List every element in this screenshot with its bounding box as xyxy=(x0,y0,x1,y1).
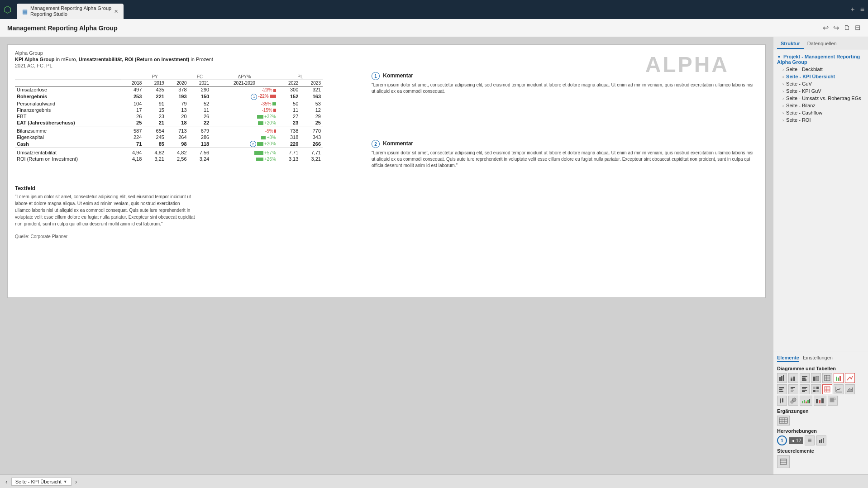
chart-candlestick-icon[interactable] xyxy=(777,396,787,406)
py-value: 435 xyxy=(143,86,166,93)
chart-waterfall-icon[interactable] xyxy=(800,396,812,406)
svg-rect-30 xyxy=(802,391,805,392)
chart-horiz-bar1-icon[interactable] xyxy=(777,384,787,394)
py-value: 264 xyxy=(166,134,189,140)
py-value: 18 xyxy=(166,120,189,126)
year-2023: 2023 xyxy=(300,80,323,86)
hervorhebungen-circle[interactable]: 1 xyxy=(777,435,787,445)
pl-value: 53 xyxy=(300,100,323,107)
report-area: ALPHA Alpha Group KPI Alpha Group in mEu… xyxy=(0,37,773,474)
delta-cell: -5% xyxy=(211,126,278,134)
svg-rect-33 xyxy=(813,390,816,392)
tree-item-bilanz[interactable]: › Seite - Bilanz xyxy=(782,102,864,109)
table-row: EBT26232026+32%2729 xyxy=(15,113,323,120)
steuerelemente-grid xyxy=(777,455,864,468)
delta-cell: 1-22% xyxy=(211,93,278,100)
tree-item-guv[interactable]: › Seite - GuV xyxy=(782,80,864,87)
tree-root[interactable]: ▼ Projekt - Management Reporting Alpha G… xyxy=(777,53,864,66)
el-tab-einstellungen[interactable]: Einstellungen xyxy=(803,355,833,362)
steuer-list-icon[interactable] xyxy=(777,455,790,468)
page-selector-chevron: ▼ xyxy=(63,479,67,484)
chart-line-special-icon[interactable] xyxy=(845,373,855,383)
chart-bar4-icon[interactable] xyxy=(811,373,821,383)
svg-rect-50 xyxy=(807,400,809,403)
tree-item-umsatz[interactable]: › Seite - Umsatz vs. Rohertrag EGs xyxy=(782,95,864,102)
svg-rect-60 xyxy=(779,418,787,423)
py-value: 15 xyxy=(143,107,166,113)
svg-rect-12 xyxy=(816,376,819,381)
chart-bar2-icon[interactable] xyxy=(788,373,798,383)
chart-table-icon[interactable] xyxy=(822,373,832,383)
chart-area-icon[interactable] xyxy=(845,384,855,394)
py-value: 245 xyxy=(143,134,166,140)
diagrams-section-label: Diagramme und Tabellen xyxy=(777,366,864,371)
chart-bar-special-icon[interactable] xyxy=(834,373,844,383)
tab-close-icon[interactable]: ✕ xyxy=(114,9,118,14)
pl-value: 152 xyxy=(278,93,300,100)
svg-rect-52 xyxy=(816,399,818,403)
tree-item-label: Seite - GuV xyxy=(786,81,812,86)
chart-bar1-icon[interactable] xyxy=(777,373,787,383)
textfeld-label: Textfeld xyxy=(15,185,758,191)
chart-bar3-icon[interactable] xyxy=(800,373,810,383)
chevron-icon: › xyxy=(782,118,784,123)
svg-rect-49 xyxy=(806,402,807,403)
active-tab[interactable]: ▤ Management Reporting Alpha Group Repor… xyxy=(17,4,124,19)
document-icon[interactable]: 🗋 xyxy=(844,24,850,32)
chart-waterfall2-icon[interactable] xyxy=(814,396,826,406)
comment-1-title: Kommentar xyxy=(383,72,413,79)
svg-rect-13 xyxy=(825,375,830,381)
tree-item-deckblatt[interactable]: › Seite - Deckblatt xyxy=(782,66,864,73)
table-row: Cash7185981182+20%220266 xyxy=(15,140,323,148)
menu-icon[interactable]: ≡ xyxy=(860,5,864,14)
svg-rect-22 xyxy=(779,391,783,392)
pl-value: 321 xyxy=(300,86,323,93)
chart-grid-icon[interactable] xyxy=(828,396,838,406)
tree-item-kpi-guv[interactable]: › Seite - KPI GuV xyxy=(782,87,864,95)
redo-icon[interactable]: ↪ xyxy=(833,24,839,32)
tree-item-roi[interactable]: › Seite - ROI xyxy=(782,116,864,124)
pl-value: 12 xyxy=(300,107,323,113)
chart-table2-icon[interactable] xyxy=(822,384,832,394)
tab-struktur[interactable]: Struktur xyxy=(777,39,804,49)
year-2019: 2019 xyxy=(143,80,166,86)
diagrams-icon-grid xyxy=(777,373,864,406)
tree-item-kpi-ubersicht[interactable]: › Seite - KPI Übersicht xyxy=(782,73,864,80)
tab-title-line1: Management Reporting Alpha Group xyxy=(30,5,111,11)
svg-rect-70 xyxy=(823,438,824,443)
undo-icon[interactable]: ↩ xyxy=(823,24,829,32)
add-tab-icon[interactable]: + xyxy=(850,5,854,14)
save-icon[interactable]: ⊟ xyxy=(855,24,861,32)
py-value: 26 xyxy=(121,113,144,120)
py-value: 4,82 xyxy=(143,148,166,156)
pl-value: 300 xyxy=(278,86,300,93)
chart-matrix-icon[interactable] xyxy=(811,384,821,394)
prev-page-btn[interactable]: ‹ xyxy=(5,478,8,485)
py-value: 25 xyxy=(121,120,144,126)
py-header: PY xyxy=(121,74,189,80)
page-selector[interactable]: Seite - KPI Übersicht ▼ xyxy=(11,478,72,486)
tree-item-cashflow[interactable]: › Seite - Cashflow xyxy=(782,109,864,116)
fc-value: 22 xyxy=(189,120,211,126)
el-tab-elemente[interactable]: Elemente xyxy=(777,355,799,362)
svg-rect-11 xyxy=(813,377,816,381)
next-page-btn[interactable]: › xyxy=(75,478,77,485)
pl-value: 220 xyxy=(278,140,300,148)
hervorhebungen-badge[interactable]: ◄ 12 xyxy=(789,437,803,444)
tab-datenquellen[interactable]: Datenquellen xyxy=(804,39,840,49)
fc-header: FC xyxy=(189,74,211,80)
py-value: 4,94 xyxy=(121,148,144,156)
chart-horiz-bar2-icon[interactable] xyxy=(788,384,798,394)
tree-item-label: Seite - ROI xyxy=(786,117,811,123)
chart-scatter-icon[interactable] xyxy=(834,384,844,394)
erganzungen-table-icon[interactable] xyxy=(777,416,790,426)
chart-horiz-bar3-icon[interactable] xyxy=(800,384,810,394)
hervorhebungen-bar-icon[interactable] xyxy=(816,435,826,445)
svg-rect-28 xyxy=(802,388,806,389)
hervorhebungen-list-icon[interactable] xyxy=(805,435,815,445)
topbar-left: ⬡ ▤ Management Reporting Alpha Group Rep… xyxy=(4,0,124,19)
svg-rect-3 xyxy=(791,378,792,381)
chart-bubble-icon[interactable] xyxy=(788,396,798,406)
elements-tabs: Elemente Einstellungen xyxy=(777,355,864,362)
chevron-icon: › xyxy=(782,67,784,72)
